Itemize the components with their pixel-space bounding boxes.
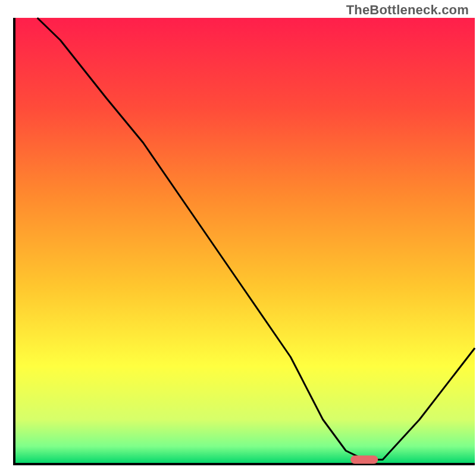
watermark-label: TheBottleneck.com [346,2,469,18]
chart-background [14,18,475,464]
optimal-marker [350,456,378,464]
bottleneck-chart [0,0,476,476]
